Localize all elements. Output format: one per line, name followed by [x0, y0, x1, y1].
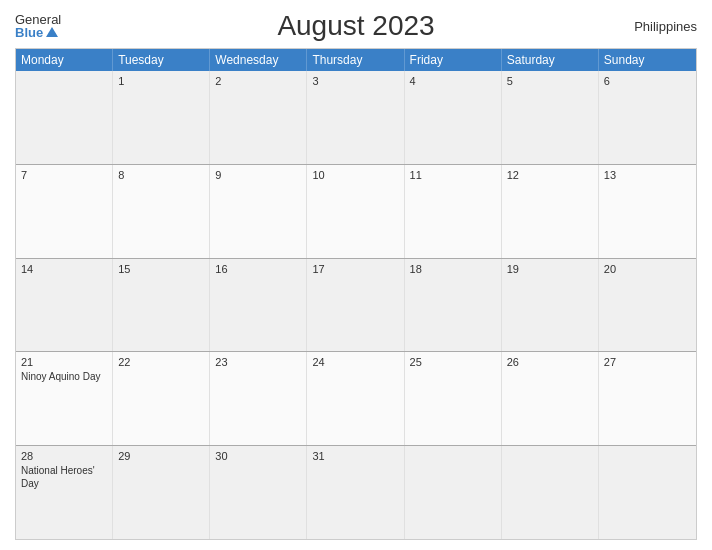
- date-number: 19: [507, 263, 593, 275]
- month-title: August 2023: [277, 10, 434, 42]
- calendar-cell: 5: [502, 71, 599, 164]
- calendar-cell: 31: [307, 446, 404, 539]
- calendar-cell: 30: [210, 446, 307, 539]
- calendar-cell: 25: [405, 352, 502, 445]
- calendar-cell: 4: [405, 71, 502, 164]
- calendar-cell: 17: [307, 259, 404, 352]
- logo: General Blue: [15, 13, 61, 39]
- calendar-cell: 18: [405, 259, 502, 352]
- calendar-cell: 27: [599, 352, 696, 445]
- date-number: 10: [312, 169, 398, 181]
- weekday-tuesday: Tuesday: [113, 49, 210, 71]
- calendar-body: 123456789101112131415161718192021Ninoy A…: [16, 71, 696, 539]
- calendar-cell: 28National Heroes' Day: [16, 446, 113, 539]
- weekday-friday: Friday: [405, 49, 502, 71]
- date-number: 2: [215, 75, 301, 87]
- date-number: 4: [410, 75, 496, 87]
- date-number: 27: [604, 356, 691, 368]
- date-number: 22: [118, 356, 204, 368]
- date-number: 21: [21, 356, 107, 368]
- date-number: 17: [312, 263, 398, 275]
- calendar-cell: 13: [599, 165, 696, 258]
- date-number: 6: [604, 75, 691, 87]
- calendar-cell: [502, 446, 599, 539]
- date-number: 16: [215, 263, 301, 275]
- date-number: 18: [410, 263, 496, 275]
- calendar-cell: 7: [16, 165, 113, 258]
- weekday-saturday: Saturday: [502, 49, 599, 71]
- date-number: 29: [118, 450, 204, 462]
- calendar-week-5: 28National Heroes' Day293031: [16, 446, 696, 539]
- weekday-sunday: Sunday: [599, 49, 696, 71]
- calendar-cell: 19: [502, 259, 599, 352]
- calendar-cell: 12: [502, 165, 599, 258]
- weekday-wednesday: Wednesday: [210, 49, 307, 71]
- date-number: 24: [312, 356, 398, 368]
- date-number: 20: [604, 263, 691, 275]
- calendar-cell: 1: [113, 71, 210, 164]
- calendar-cell: 15: [113, 259, 210, 352]
- calendar: Monday Tuesday Wednesday Thursday Friday…: [15, 48, 697, 540]
- date-number: 28: [21, 450, 107, 462]
- date-number: 9: [215, 169, 301, 181]
- logo-blue-text: Blue: [15, 26, 61, 39]
- calendar-cell: 10: [307, 165, 404, 258]
- country-label: Philippines: [634, 19, 697, 34]
- calendar-cell: 23: [210, 352, 307, 445]
- calendar-cell: 22: [113, 352, 210, 445]
- weekday-monday: Monday: [16, 49, 113, 71]
- date-number: 5: [507, 75, 593, 87]
- date-number: 14: [21, 263, 107, 275]
- date-number: 7: [21, 169, 107, 181]
- calendar-cell: 9: [210, 165, 307, 258]
- date-number: 1: [118, 75, 204, 87]
- calendar-week-2: 78910111213: [16, 165, 696, 259]
- calendar-header: General Blue August 2023 Philippines: [15, 10, 697, 42]
- calendar-cell: 24: [307, 352, 404, 445]
- date-number: 13: [604, 169, 691, 181]
- date-number: 11: [410, 169, 496, 181]
- calendar-week-4: 21Ninoy Aquino Day222324252627: [16, 352, 696, 446]
- calendar-cell: 20: [599, 259, 696, 352]
- date-number: 25: [410, 356, 496, 368]
- date-number: 31: [312, 450, 398, 462]
- date-number: 30: [215, 450, 301, 462]
- weekday-thursday: Thursday: [307, 49, 404, 71]
- calendar-cell: 6: [599, 71, 696, 164]
- calendar-week-3: 14151617181920: [16, 259, 696, 353]
- calendar-cell: 21Ninoy Aquino Day: [16, 352, 113, 445]
- date-number: 12: [507, 169, 593, 181]
- date-number: 3: [312, 75, 398, 87]
- date-number: 23: [215, 356, 301, 368]
- calendar-cell: 29: [113, 446, 210, 539]
- calendar-week-1: 123456: [16, 71, 696, 165]
- calendar-cell: 2: [210, 71, 307, 164]
- calendar-cell: 8: [113, 165, 210, 258]
- calendar-cell: [16, 71, 113, 164]
- calendar-cell: 11: [405, 165, 502, 258]
- calendar-cell: 3: [307, 71, 404, 164]
- date-number: 15: [118, 263, 204, 275]
- calendar-header-row: Monday Tuesday Wednesday Thursday Friday…: [16, 49, 696, 71]
- logo-triangle-icon: [46, 27, 58, 37]
- calendar-cell: [405, 446, 502, 539]
- date-number: 8: [118, 169, 204, 181]
- calendar-cell: 16: [210, 259, 307, 352]
- holiday-label: Ninoy Aquino Day: [21, 370, 107, 383]
- calendar-cell: 26: [502, 352, 599, 445]
- holiday-label: National Heroes' Day: [21, 464, 107, 490]
- date-number: 26: [507, 356, 593, 368]
- calendar-cell: [599, 446, 696, 539]
- calendar-cell: 14: [16, 259, 113, 352]
